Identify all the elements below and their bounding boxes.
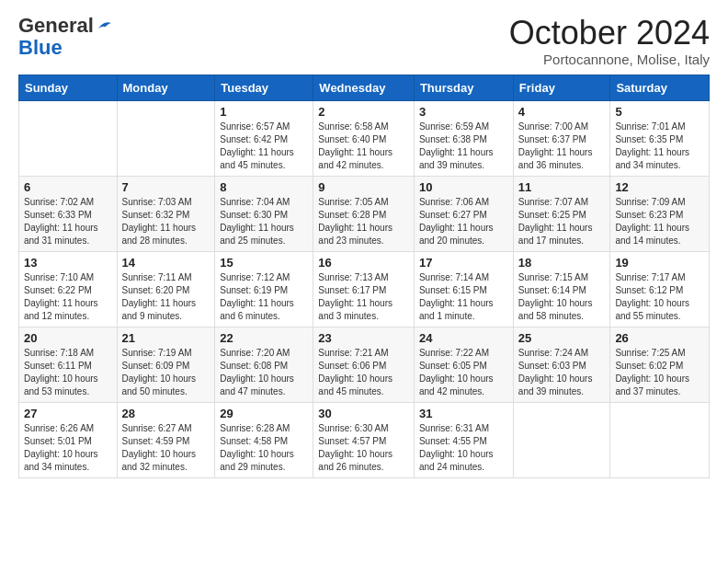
calendar-cell: 13 Sunrise: 7:10 AMSunset: 6:22 PMDaylig… [19,251,118,327]
calendar-cell: 10 Sunrise: 7:06 AMSunset: 6:27 PMDaylig… [414,176,513,251]
location: Portocannone, Molise, Italy [509,52,710,67]
calendar-cell [513,402,610,477]
calendar-cell: 22 Sunrise: 7:20 AMSunset: 6:08 PMDaylig… [215,327,313,402]
calendar-cell [610,402,710,477]
day-info: Sunrise: 7:09 AMSunset: 6:23 PMDaylight:… [615,196,704,247]
calendar-week-row: 6 Sunrise: 7:02 AMSunset: 6:33 PMDayligh… [19,176,710,251]
calendar-cell: 31 Sunrise: 6:31 AMSunset: 4:55 PMDaylig… [414,402,513,477]
day-number: 18 [518,256,606,270]
day-number: 11 [518,180,606,194]
weekday-header: Sunday [19,75,118,100]
day-number: 14 [122,256,210,270]
calendar-cell: 9 Sunrise: 7:05 AMSunset: 6:28 PMDayligh… [313,176,415,251]
day-number: 4 [518,105,606,119]
day-number: 7 [122,180,210,194]
day-info: Sunrise: 7:22 AMSunset: 6:05 PMDaylight:… [419,347,508,398]
day-number: 28 [122,407,210,420]
day-info: Sunrise: 6:57 AMSunset: 6:42 PMDaylight:… [220,121,308,172]
calendar-cell: 8 Sunrise: 7:04 AMSunset: 6:30 PMDayligh… [215,176,313,251]
day-number: 22 [220,331,308,345]
month-title: October 2024 [509,15,710,52]
day-info: Sunrise: 6:26 AMSunset: 5:01 PMDaylight:… [24,422,112,474]
day-number: 16 [318,256,409,270]
day-number: 15 [220,256,308,270]
calendar-cell: 26 Sunrise: 7:25 AMSunset: 6:02 PMDaylig… [610,327,710,402]
day-number: 25 [518,331,606,345]
day-number: 24 [419,331,508,345]
calendar-cell: 12 Sunrise: 7:09 AMSunset: 6:23 PMDaylig… [610,176,710,251]
day-info: Sunrise: 7:02 AMSunset: 6:33 PMDaylight:… [24,196,112,247]
logo-bird-icon [96,17,112,34]
calendar-cell [19,100,118,176]
day-number: 8 [220,180,308,194]
day-number: 12 [615,180,704,194]
calendar-cell: 25 Sunrise: 7:24 AMSunset: 6:03 PMDaylig… [513,327,610,402]
day-number: 29 [220,407,308,420]
day-number: 3 [419,105,508,119]
day-number: 17 [419,256,508,270]
weekday-header: Monday [117,75,215,100]
calendar-cell: 15 Sunrise: 7:12 AMSunset: 6:19 PMDaylig… [215,251,313,327]
day-info: Sunrise: 6:27 AMSunset: 4:59 PMDaylight:… [122,422,210,474]
day-info: Sunrise: 6:28 AMSunset: 4:58 PMDaylight:… [220,422,308,474]
day-info: Sunrise: 7:24 AMSunset: 6:03 PMDaylight:… [518,347,606,398]
calendar-cell: 14 Sunrise: 7:11 AMSunset: 6:20 PMDaylig… [117,251,215,327]
day-number: 26 [615,331,704,345]
day-number: 21 [122,331,210,345]
day-info: Sunrise: 7:10 AMSunset: 6:22 PMDaylight:… [24,271,112,323]
calendar-week-row: 1 Sunrise: 6:57 AMSunset: 6:42 PMDayligh… [19,100,710,176]
calendar-cell: 11 Sunrise: 7:07 AMSunset: 6:25 PMDaylig… [513,176,610,251]
day-info: Sunrise: 7:19 AMSunset: 6:09 PMDaylight:… [122,347,210,398]
calendar-cell: 6 Sunrise: 7:02 AMSunset: 6:33 PMDayligh… [19,176,118,251]
day-info: Sunrise: 7:25 AMSunset: 6:02 PMDaylight:… [615,347,704,398]
day-info: Sunrise: 7:21 AMSunset: 6:06 PMDaylight:… [318,347,409,398]
title-block: October 2024 Portocannone, Molise, Italy [509,15,710,67]
day-info: Sunrise: 6:59 AMSunset: 6:38 PMDaylight:… [419,121,508,172]
day-info: Sunrise: 6:30 AMSunset: 4:57 PMDaylight:… [318,422,409,474]
weekday-header: Saturday [610,75,710,100]
day-info: Sunrise: 7:14 AMSunset: 6:15 PMDaylight:… [419,271,508,323]
day-info: Sunrise: 7:01 AMSunset: 6:35 PMDaylight:… [615,121,704,172]
calendar-cell: 21 Sunrise: 7:19 AMSunset: 6:09 PMDaylig… [117,327,215,402]
calendar-cell: 3 Sunrise: 6:59 AMSunset: 6:38 PMDayligh… [414,100,513,176]
calendar-cell: 20 Sunrise: 7:18 AMSunset: 6:11 PMDaylig… [19,327,118,402]
calendar-cell: 18 Sunrise: 7:15 AMSunset: 6:14 PMDaylig… [513,251,610,327]
calendar-cell: 29 Sunrise: 6:28 AMSunset: 4:58 PMDaylig… [215,402,313,477]
calendar-cell: 4 Sunrise: 7:00 AMSunset: 6:37 PMDayligh… [513,100,610,176]
calendar-cell: 23 Sunrise: 7:21 AMSunset: 6:06 PMDaylig… [313,327,415,402]
day-info: Sunrise: 7:03 AMSunset: 6:32 PMDaylight:… [122,196,210,247]
calendar-cell: 30 Sunrise: 6:30 AMSunset: 4:57 PMDaylig… [313,402,415,477]
day-number: 6 [24,180,112,194]
calendar-cell: 16 Sunrise: 7:13 AMSunset: 6:17 PMDaylig… [313,251,415,327]
day-info: Sunrise: 7:18 AMSunset: 6:11 PMDaylight:… [24,347,112,398]
day-number: 5 [615,105,704,119]
calendar-cell: 27 Sunrise: 6:26 AMSunset: 5:01 PMDaylig… [19,402,118,477]
calendar-table: SundayMondayTuesdayWednesdayThursdayFrid… [18,75,710,478]
weekday-header: Thursday [414,75,513,100]
day-info: Sunrise: 7:00 AMSunset: 6:37 PMDaylight:… [518,121,606,172]
day-info: Sunrise: 7:13 AMSunset: 6:17 PMDaylight:… [318,271,409,323]
calendar-week-row: 20 Sunrise: 7:18 AMSunset: 6:11 PMDaylig… [19,327,710,402]
logo-general-text: General [18,15,94,37]
day-info: Sunrise: 7:06 AMSunset: 6:27 PMDaylight:… [419,196,508,247]
calendar-cell: 17 Sunrise: 7:14 AMSunset: 6:15 PMDaylig… [414,251,513,327]
weekday-header: Wednesday [313,75,415,100]
day-info: Sunrise: 7:20 AMSunset: 6:08 PMDaylight:… [220,347,308,398]
logo-blue-text: Blue [18,36,63,59]
day-number: 19 [615,256,704,270]
weekday-header: Friday [513,75,610,100]
day-info: Sunrise: 7:11 AMSunset: 6:20 PMDaylight:… [122,271,210,323]
day-number: 13 [24,256,112,270]
day-info: Sunrise: 7:12 AMSunset: 6:19 PMDaylight:… [220,271,308,323]
day-number: 2 [318,105,409,119]
day-number: 30 [318,407,409,420]
calendar-cell: 2 Sunrise: 6:58 AMSunset: 6:40 PMDayligh… [313,100,415,176]
day-info: Sunrise: 7:05 AMSunset: 6:28 PMDaylight:… [318,196,409,247]
day-info: Sunrise: 7:04 AMSunset: 6:30 PMDaylight:… [220,196,308,247]
calendar-week-row: 27 Sunrise: 6:26 AMSunset: 5:01 PMDaylig… [19,402,710,477]
calendar-cell: 28 Sunrise: 6:27 AMSunset: 4:59 PMDaylig… [117,402,215,477]
calendar-cell: 19 Sunrise: 7:17 AMSunset: 6:12 PMDaylig… [610,251,710,327]
logo: General Blue [18,15,112,59]
calendar-cell [117,100,215,176]
calendar-header-row: SundayMondayTuesdayWednesdayThursdayFrid… [19,75,710,100]
